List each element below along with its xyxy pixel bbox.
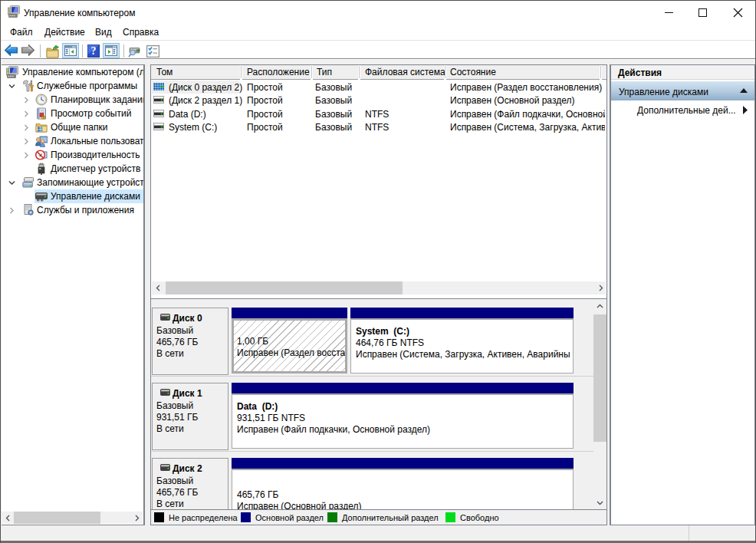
svg-text:?: ? bbox=[91, 45, 97, 57]
